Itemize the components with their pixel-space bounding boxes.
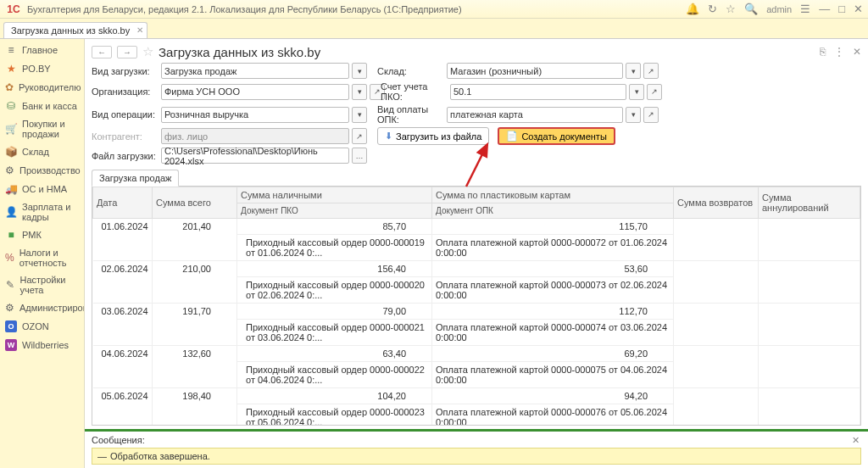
data-table[interactable]: Дата Сумма всего Сумма наличными Сумма п… (92, 186, 861, 426)
sidebar-icon: ≡ (5, 44, 17, 56)
col-cash[interactable]: Сумма наличными (237, 187, 432, 203)
sidebar-icon: 🚚 (5, 183, 17, 195)
maximize-icon[interactable]: □ (838, 3, 845, 15)
sidebar-label: Банк и касса (22, 101, 77, 111)
dropdown-icon[interactable]: ▾ (352, 107, 367, 123)
sidebar-icon: % (5, 252, 14, 264)
sklad-select[interactable]: Магазин (розничный) (447, 63, 623, 79)
sidebar-item-1[interactable]: ★PO.BY (0, 59, 84, 78)
more-icon[interactable]: ⋮ (834, 46, 844, 58)
col-date[interactable]: Дата (93, 187, 153, 219)
star-icon[interactable]: ☆ (726, 3, 736, 15)
col-doc-opk[interactable]: Документ ОПК (432, 203, 674, 219)
kontr-field: физ. лицо (161, 128, 349, 144)
col-sum[interactable]: Сумма всего (153, 187, 237, 219)
dropdown-icon[interactable]: ▾ (629, 84, 644, 100)
sidebar-icon: ✿ (5, 81, 14, 93)
sidebar-item-8[interactable]: 👤Зарплата и кадры (0, 198, 84, 226)
sidebar-label: PO.BY (22, 64, 51, 74)
vid-oper-select[interactable]: Розничная выручка (161, 107, 349, 123)
load-from-file-button[interactable]: ⬇ Загрузить из файла (377, 127, 489, 145)
messages-panel: Сообщения: ✕ — Обработка завершена. (85, 429, 868, 468)
minimize-icon[interactable]: — (819, 3, 830, 15)
nav-fwd-button[interactable]: → (117, 46, 137, 58)
sidebar-item-6[interactable]: ⚙Производство (0, 161, 84, 180)
dropdown-icon[interactable]: ▾ (626, 107, 641, 123)
popout-icon[interactable]: ⎘ (820, 46, 826, 58)
close-icon[interactable]: ✕ (854, 3, 863, 15)
col-ann[interactable]: Сумма аннулирований (759, 187, 860, 219)
sidebar-icon: ✎ (5, 279, 14, 291)
sidebar-icon: W (5, 339, 17, 351)
tab-skko[interactable]: Загрузка данных из skko.by ✕ (3, 22, 147, 38)
sidebar-item-4[interactable]: 🛒Покупки и продажи (0, 115, 84, 142)
col-card[interactable]: Сумма по пластиковым картам (432, 187, 674, 203)
tab-label: Загрузка данных из skko.by (11, 25, 130, 36)
schet-select[interactable]: 50.1 (450, 84, 626, 100)
dropdown-icon[interactable]: ▾ (626, 63, 641, 79)
sidebar-item-11[interactable]: ✎Настройки учета (0, 271, 84, 298)
sidebar-label: Налоги и отчетность (19, 248, 79, 268)
nav-back-button[interactable]: ← (92, 46, 112, 58)
user-label: admin (766, 4, 792, 14)
app-title: Бухгалтерия для Беларуси, редакция 2.1. … (27, 4, 462, 14)
sidebar-item-9[interactable]: ■РМК (0, 226, 84, 244)
message-row: — Обработка завершена. (92, 448, 861, 465)
vid-opl-select[interactable]: платежная карта (447, 107, 623, 123)
label-org: Организация: (92, 86, 159, 97)
sidebar-item-12[interactable]: ⚙Администрирование (0, 298, 84, 317)
sidebar-item-2[interactable]: ✿Руководителю (0, 78, 84, 97)
org-select[interactable]: Фирма УСН ООО (161, 84, 349, 100)
file-field[interactable]: C:\Users\Professional\Desktop\Июнь 2024.… (161, 148, 349, 164)
logo-1c: 1C (5, 3, 22, 16)
label-file: Файл загрузки: (92, 151, 159, 161)
tab-bar: Загрузка данных из skko.by ✕ (0, 19, 868, 39)
sidebar-item-10[interactable]: %Налоги и отчетность (0, 244, 84, 271)
sidebar-icon: ⚙ (5, 164, 14, 176)
label-kontr: Контрагент: (92, 131, 159, 142)
close-icon[interactable]: ✕ (136, 25, 143, 35)
sidebar-item-5[interactable]: 📦Склад (0, 142, 84, 161)
table-row[interactable]: 03.06.2024191,7079,00112,70 (93, 304, 860, 320)
menu-icon[interactable]: ☰ (800, 3, 810, 15)
page-title: Загрузка данных из skko.by (159, 45, 320, 59)
open-icon[interactable]: ↗ (643, 63, 659, 79)
table-row[interactable]: 05.06.2024198,40104,2094,20 (93, 388, 860, 404)
document-icon: 📄 (506, 131, 518, 142)
subtab-zagruzka[interactable]: Загрузка продаж (92, 170, 179, 187)
sidebar-icon: ■ (5, 229, 17, 241)
label-vid-opl: Вид оплаты ОПК: (377, 104, 445, 125)
bell-icon[interactable]: 🔔 (686, 3, 699, 15)
sidebar-item-0[interactable]: ≡Главное (0, 41, 84, 59)
sidebar-item-7[interactable]: 🚚ОС и НМА (0, 180, 84, 198)
sidebar-item-14[interactable]: WWildberries (0, 336, 84, 354)
sidebar-item-3[interactable]: ⛁Банк и касса (0, 97, 84, 115)
table-row[interactable]: 02.06.2024210,00156,4053,60 (93, 261, 860, 277)
history-icon[interactable]: ↻ (708, 3, 717, 15)
search-icon[interactable]: 🔍 (744, 3, 758, 15)
open-icon[interactable]: ↗ (643, 107, 659, 123)
browse-icon[interactable]: … (352, 148, 367, 164)
sidebar-label: Настройки учета (19, 275, 79, 295)
sidebar-label: Руководителю (19, 82, 81, 92)
table-row[interactable]: 04.06.2024132,6063,4069,20 (93, 346, 860, 362)
sidebar-label: ОС и НМА (22, 184, 67, 194)
dropdown-icon[interactable]: ▾ (352, 84, 367, 100)
close-page-icon[interactable]: ✕ (853, 46, 861, 58)
messages-label: Сообщения: (92, 435, 145, 445)
create-documents-button[interactable]: 📄 Создать документы (498, 127, 615, 145)
favorite-icon[interactable]: ☆ (142, 44, 153, 59)
col-ret[interactable]: Сумма возвратов (674, 187, 759, 219)
label-sklad: Склад: (377, 66, 445, 76)
sidebar-label: Зарплата и кадры (22, 202, 79, 222)
col-doc-pko[interactable]: Документ ПКО (237, 203, 432, 219)
sidebar-item-13[interactable]: OOZON (0, 317, 84, 336)
open-icon[interactable]: ↗ (647, 84, 662, 100)
open-icon[interactable]: ↗ (352, 128, 367, 144)
vid-zagruzki-select[interactable]: Загрузка продаж (161, 63, 349, 79)
dropdown-icon[interactable]: ▾ (352, 63, 367, 79)
table-row[interactable]: 01.06.2024201,4085,70115,70 (93, 219, 860, 235)
sidebar-icon: ★ (5, 63, 17, 75)
sidebar-label: Производство (19, 165, 81, 176)
close-icon[interactable]: ✕ (852, 435, 860, 446)
